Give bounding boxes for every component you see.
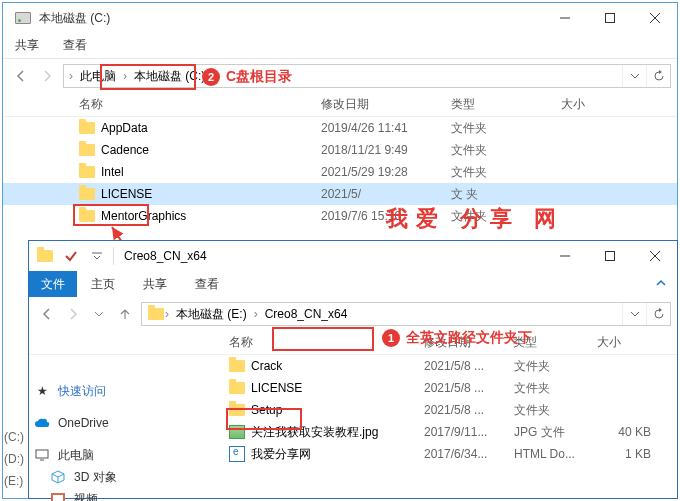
quick-access-toolbar: Creo8_CN_x64 (29, 241, 677, 271)
sidebar-item-quick[interactable]: ★快速访问 (34, 380, 174, 402)
drive-letter-d: (D:) (4, 452, 24, 466)
folder-icon (79, 210, 95, 222)
close-button[interactable] (632, 3, 677, 33)
menu-share[interactable]: 共享 (15, 37, 39, 54)
star-icon: ★ (34, 383, 50, 399)
col-type[interactable]: 类型 (451, 96, 561, 113)
column-headers: 名称 修改日期 类型 大小 (3, 93, 677, 117)
file-tab[interactable]: 文件 (29, 271, 77, 297)
up-button[interactable] (113, 302, 137, 326)
annotation-1: 1 全英文路径文件夹下 (382, 329, 532, 347)
address-box[interactable]: › 此电脑 › 本地磁盘 (C:) › (63, 64, 671, 88)
list-item[interactable]: Crack2021/5/8 ...文件夹 (29, 355, 677, 377)
folder-small-icon[interactable] (35, 246, 55, 266)
html-icon (229, 446, 245, 462)
list-item[interactable]: Cadence2018/11/21 9:49文件夹 (3, 139, 677, 161)
address-bar: › 此电脑 › 本地磁盘 (C:) › (3, 59, 677, 93)
folder-icon (229, 404, 245, 416)
chevron-right-icon: › (69, 69, 73, 83)
tab-view[interactable]: 查看 (181, 272, 233, 297)
file-list: AppData2019/4/26 11:41文件夹 Cadence2018/11… (3, 117, 677, 227)
drive-icon (15, 10, 31, 26)
check-icon[interactable] (61, 246, 81, 266)
crumb-drive[interactable]: 本地磁盘 (E:) (170, 303, 253, 325)
back-button[interactable] (35, 302, 59, 326)
svg-rect-10 (36, 450, 48, 458)
titlebar[interactable]: 本地磁盘 (C:) (3, 3, 677, 33)
chevron-right-icon: › (165, 307, 169, 321)
back-button[interactable] (9, 64, 33, 88)
list-item[interactable]: MentorGraphics2019/7/6 15:10文件夹 (3, 205, 677, 227)
dropdown-button[interactable] (622, 303, 646, 325)
sidebar-item-onedrive[interactable]: OneDrive (34, 412, 174, 434)
crumb-pc[interactable]: 此电脑 (74, 65, 122, 87)
badge-2: 2 (202, 68, 220, 86)
refresh-button[interactable] (646, 303, 670, 325)
window-title: 本地磁盘 (C:) (39, 10, 542, 27)
folder-icon (229, 382, 245, 394)
column-headers: 名称 修改日期 类型 大小 (29, 331, 677, 355)
overflow-icon[interactable] (87, 246, 107, 266)
maximize-button[interactable] (587, 241, 632, 271)
list-item[interactable]: Intel2021/5/29 19:28文件夹 (3, 161, 677, 183)
window-controls (542, 3, 677, 33)
crumb-folder[interactable]: Creo8_CN_x64 (259, 303, 354, 325)
tab-home[interactable]: 主页 (77, 272, 129, 297)
col-size[interactable]: 大小 (561, 96, 641, 113)
svg-rect-13 (53, 495, 63, 501)
forward-button[interactable] (35, 64, 59, 88)
drive-letter-e: (E:) (4, 474, 23, 488)
recent-button[interactable] (87, 302, 111, 326)
refresh-button[interactable] (646, 65, 670, 87)
col-date[interactable]: 修改日期 (321, 96, 451, 113)
annotation-2: 2 C盘根目录 (202, 68, 292, 86)
minimize-button[interactable] (542, 241, 587, 271)
sidebar: ★快速访问 OneDrive 此电脑 3D 对象 视频 (34, 380, 174, 501)
forward-button[interactable] (61, 302, 85, 326)
badge-1: 1 (382, 329, 400, 347)
address-bar: › 本地磁盘 (E:) › Creo8_CN_x64 (29, 297, 677, 331)
crumb-drive[interactable]: 本地磁盘 (C:) (128, 65, 211, 87)
list-item-license[interactable]: LICENSE2021/5/文 夹 (3, 183, 677, 205)
col-size[interactable]: 大小 (597, 334, 677, 351)
folder-icon (148, 308, 164, 320)
video-icon (50, 491, 66, 501)
chevron-right-icon: › (123, 69, 127, 83)
window-title: Creo8_CN_x64 (124, 249, 207, 263)
image-icon (229, 425, 245, 439)
maximize-button[interactable] (587, 3, 632, 33)
ribbon-expand-icon[interactable] (655, 277, 667, 292)
folder-icon (229, 360, 245, 372)
menubar: 共享 查看 (3, 33, 677, 59)
chevron-right-icon: › (254, 307, 258, 321)
tab-share[interactable]: 共享 (129, 272, 181, 297)
pc-icon (34, 447, 50, 463)
dropdown-button[interactable] (622, 65, 646, 87)
sidebar-item-video[interactable]: 视频 (34, 488, 174, 501)
close-button[interactable] (632, 241, 677, 271)
folder-icon (79, 188, 95, 200)
sidebar-item-3d[interactable]: 3D 对象 (34, 466, 174, 488)
svg-rect-7 (605, 252, 614, 261)
folder-icon (79, 166, 95, 178)
col-name[interactable]: 名称 (79, 96, 321, 113)
ribbon-tabs: 文件 主页 共享 查看 (29, 271, 677, 297)
sidebar-item-pc[interactable]: 此电脑 (34, 444, 174, 466)
svg-rect-1 (605, 14, 614, 23)
cube-icon (50, 469, 66, 485)
address-box[interactable]: › 本地磁盘 (E:) › Creo8_CN_x64 (141, 302, 671, 326)
folder-icon (79, 122, 95, 134)
cloud-icon (34, 415, 50, 431)
drive-letter-c: (C:) (4, 430, 24, 444)
menu-view[interactable]: 查看 (63, 37, 87, 54)
list-item[interactable]: AppData2019/4/26 11:41文件夹 (3, 117, 677, 139)
folder-icon (79, 144, 95, 156)
minimize-button[interactable] (542, 3, 587, 33)
